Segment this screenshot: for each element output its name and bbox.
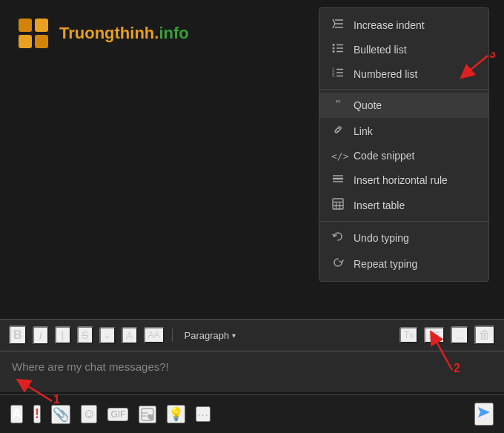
logo-icon	[15, 15, 52, 52]
menu-item-bulleted-list-label: Bulleted list	[354, 44, 407, 56]
menu-item-numbered-list-label: Numbered list	[354, 68, 417, 80]
strikethrough-button[interactable]: S	[77, 326, 93, 344]
text-input-area: Where are my chat messages?!	[0, 351, 504, 392]
bold-button[interactable]: B	[9, 325, 27, 345]
underline-button[interactable]: I	[55, 326, 71, 344]
gif-button[interactable]: GIF	[107, 408, 128, 421]
menu-item-increase-indent-label: Increase indent	[354, 19, 425, 31]
paragraph-label: Paragraph	[185, 330, 230, 341]
svg-rect-3	[35, 35, 48, 48]
menu-item-code-snippet-label: Code snippet	[354, 150, 415, 162]
insert-table-icon	[331, 198, 345, 212]
menu-item-quote-label: Quote	[354, 99, 382, 111]
menu-item-insert-table-label: Insert table	[354, 199, 405, 211]
more-bottom-button[interactable]: ···	[196, 406, 210, 422]
list-format-button[interactable]	[424, 327, 445, 343]
link-icon	[331, 124, 345, 138]
code-snippet-icon: </>	[331, 151, 345, 162]
numbered-list-icon: 1. 2. 3.	[331, 67, 345, 80]
dropdown-menu: Increase indent Bulleted list 1. 2. 3.	[319, 7, 489, 282]
menu-divider-2	[319, 221, 488, 222]
menu-item-numbered-list[interactable]: 1. 2. 3. Numbered list	[319, 62, 488, 86]
quote-icon: "	[331, 99, 345, 112]
italic-button[interactable]: I	[33, 326, 49, 345]
menu-item-undo-typing[interactable]: Undo typing	[319, 225, 488, 251]
menu-item-quote[interactable]: " Quote	[319, 93, 488, 118]
svg-point-9	[333, 50, 335, 53]
font-button[interactable]: A	[10, 405, 23, 423]
menu-item-link[interactable]: Link	[319, 118, 488, 144]
subscript-button[interactable]: ₌	[99, 327, 116, 344]
exclaim-button[interactable]: !	[33, 405, 41, 423]
font-color-button[interactable]: A	[122, 327, 138, 344]
repeat-typing-icon	[331, 257, 345, 271]
menu-item-link-label: Link	[354, 125, 373, 137]
menu-item-increase-indent[interactable]: Increase indent	[319, 13, 488, 37]
bulleted-list-icon	[331, 43, 345, 56]
menu-divider-1	[319, 89, 488, 90]
svg-point-8	[333, 47, 335, 50]
menu-item-horizontal-rule[interactable]: Insert horizontal rule	[319, 168, 488, 192]
svg-rect-1	[35, 19, 48, 32]
delete-button[interactable]: 🗑	[474, 325, 495, 345]
logo: Truongthinh.info	[15, 15, 189, 52]
menu-item-bulleted-list[interactable]: Bulleted list	[319, 37, 488, 62]
menu-item-undo-typing-label: Undo typing	[354, 232, 409, 244]
lightbulb-button[interactable]: 💡	[167, 405, 185, 423]
logo-text: Truongthinh.info	[59, 24, 189, 43]
menu-item-code-snippet[interactable]: </> Code snippet	[319, 144, 488, 168]
bottom-toolbar: A ! 📎 ☺ GIF 💡 ···	[0, 394, 504, 433]
font-size-button[interactable]: AA	[144, 327, 165, 343]
menu-item-repeat-typing[interactable]: Repeat typing	[319, 251, 488, 277]
emoji-button[interactable]: ☺	[81, 405, 97, 423]
horizontal-rule-icon	[331, 173, 345, 186]
format-toolbar: B I I S ₌ A AA Paragraph ▾ Tx ... 🗑	[0, 319, 504, 351]
increase-indent-icon	[331, 19, 345, 31]
menu-item-horizontal-rule-label: Insert horizontal rule	[354, 174, 448, 186]
more-options-button[interactable]: ...	[451, 326, 468, 344]
paragraph-chevron: ▾	[232, 331, 236, 340]
svg-point-7	[333, 44, 335, 46]
menu-item-insert-table[interactable]: Insert table	[319, 192, 488, 218]
undo-typing-icon	[331, 231, 345, 245]
clear-format-button[interactable]: Tx	[399, 327, 418, 343]
attach-button[interactable]: 📎	[51, 405, 70, 424]
menu-item-repeat-typing-label: Repeat typing	[354, 258, 417, 270]
logo-thinh: thinh	[115, 24, 155, 42]
logo-truong: Truong	[59, 24, 115, 42]
logo-info: info	[159, 24, 188, 42]
paragraph-dropdown[interactable]: Paragraph ▾	[180, 328, 241, 343]
toolbar-separator-1	[172, 328, 173, 342]
sticker-button[interactable]	[139, 406, 156, 423]
send-button[interactable]	[474, 403, 494, 426]
svg-text:3.: 3.	[332, 73, 335, 78]
svg-rect-22	[333, 199, 343, 209]
svg-rect-0	[19, 19, 32, 32]
input-placeholder[interactable]: Where are my chat messages?!	[12, 360, 492, 373]
svg-rect-2	[19, 35, 32, 48]
